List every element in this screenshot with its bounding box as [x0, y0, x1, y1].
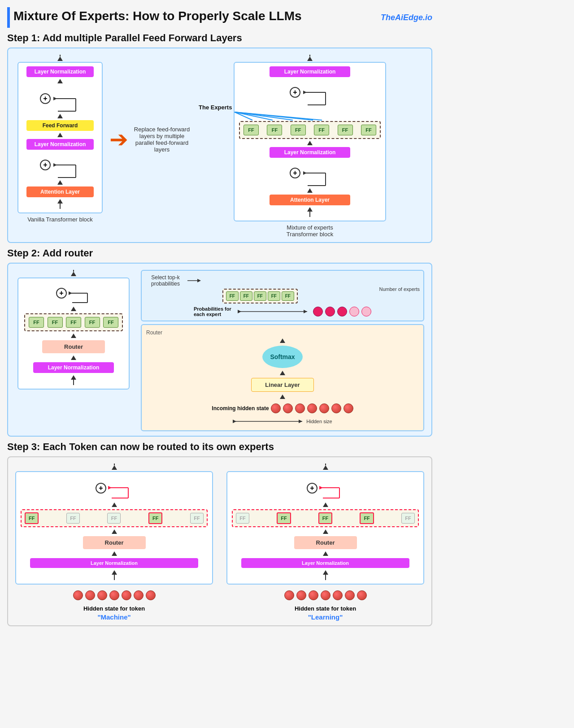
svg-line-15 — [235, 112, 313, 120]
svg-line-16 — [235, 112, 322, 120]
svg-marker-28 — [238, 310, 241, 313]
detail-arrow-1 — [280, 338, 285, 343]
t1-arrow-4 — [112, 570, 117, 575]
layernorm-top: Layer Normalization — [26, 66, 94, 77]
step1-title: Step 1: Add multiple Parallel Feed Forwa… — [7, 32, 432, 44]
t1-arrow-line — [114, 575, 115, 580]
t1-dot-6 — [134, 590, 144, 600]
h-dot-7 — [344, 403, 353, 413]
prob-dot-1 — [313, 307, 323, 316]
svg-line-14 — [235, 112, 293, 120]
hidden-size-row: Hidden size — [233, 417, 332, 426]
svg-marker-3 — [53, 97, 57, 100]
svg-line-12 — [235, 112, 252, 120]
site-credit: TheAiEdge.io — [381, 13, 432, 22]
softmax-box: Softmax — [262, 346, 303, 368]
t1-dots-row — [73, 589, 156, 602]
title-accent-bar — [7, 7, 10, 28]
t1-token-label: Hidden state for token — [83, 605, 145, 612]
experts-label: The Experts — [199, 104, 232, 111]
t2-arrow-3 — [323, 551, 328, 556]
svg-marker-32 — [299, 420, 302, 423]
hidden-state-section: Incoming hidden state — [212, 402, 353, 426]
ff-box-4: FF — [314, 125, 329, 135]
experts-ff-row: FF FF FF FF FF FF — [239, 121, 381, 139]
router-residual — [69, 282, 91, 304]
t1-ff-3: FF — [107, 513, 121, 524]
t2-dot-3 — [309, 590, 318, 600]
layernorm-mid: Layer Normalization — [26, 139, 94, 150]
t1-plus: + — [96, 483, 106, 494]
svg-marker-26 — [197, 279, 201, 282]
probs-label: Probabilities for each expert — [194, 306, 234, 317]
num-experts-label: Number of experts — [379, 286, 420, 292]
t1-ff-2: FF — [66, 513, 80, 524]
t2-dot-7 — [357, 590, 367, 600]
topk-row: Select top-k probabilities — [145, 274, 375, 287]
h-dot-4 — [307, 403, 317, 413]
t2-router: Router — [294, 536, 357, 549]
hidden-dots — [271, 403, 353, 413]
hidden-size-arrow — [233, 417, 304, 426]
router-arrow-4 — [71, 375, 76, 380]
t2-dot-2 — [296, 590, 306, 600]
router-ff-detail: Select top-k probabilities FF FF FF FF F… — [145, 274, 375, 303]
ff-box-3: FF — [291, 125, 306, 135]
router-ff-5: FF — [103, 317, 118, 328]
t1-dot-4 — [109, 590, 119, 600]
t1-ff-row: FF FF FF FF FF — [21, 509, 208, 527]
moe-arrow-up-4 — [307, 207, 313, 212]
moe-plus-circle: + — [290, 87, 300, 98]
plus-circle-1: + — [40, 93, 51, 104]
moe-card: Layer Normalization + The Experts — [234, 62, 386, 221]
router-card: + FF FF FF FF FF Router — [17, 277, 130, 390]
svg-line-13 — [235, 112, 273, 120]
router-ff-1: FF — [29, 317, 44, 328]
svg-marker-29 — [304, 310, 307, 313]
attention-box: Attention Layer — [26, 186, 94, 197]
step3-title: Step 3: Each Token can now be routed to … — [7, 441, 432, 453]
prob-dot-2 — [325, 307, 335, 316]
t1-ff-4: FF — [148, 512, 162, 524]
prob-dots — [313, 307, 371, 316]
router-detail-area: Select top-k probabilities FF FF FF FF F… — [141, 270, 424, 431]
t2-arrow-line — [325, 575, 326, 580]
arrow-up-5 — [57, 199, 63, 204]
t1-arrow-2 — [112, 529, 117, 534]
t2-token-word: "Learning" — [308, 613, 343, 621]
t2-hidden-dots — [284, 590, 367, 600]
t2-dots-row — [284, 589, 367, 602]
step2-title: Step 2: Add router — [7, 247, 432, 259]
orange-arrow: ➔ — [109, 126, 128, 152]
ff-box-2: FF — [267, 125, 282, 135]
detail-ff-1: FF — [226, 291, 239, 301]
router-arrow-top — [71, 272, 76, 276]
prob-dot-4 — [349, 307, 359, 316]
arrow-line-2 — [60, 204, 61, 209]
t2-arrow-2 — [323, 529, 328, 534]
t1-router: Router — [83, 536, 146, 549]
t2-arrow-top — [323, 465, 328, 470]
t1-hidden-dots — [73, 590, 156, 600]
svg-marker-11 — [303, 91, 307, 94]
step2-container: + FF FF FF FF FF Router — [7, 263, 432, 437]
router-ff-4: FF — [85, 317, 100, 328]
vanilla-card: Layer Normalization + F — [17, 62, 103, 213]
moe-block: Layer Normalization + The Experts — [196, 55, 424, 238]
router-plus: + — [56, 288, 67, 299]
svg-marker-20 — [303, 171, 307, 175]
vanilla-label: Vanilla Transformer block — [27, 216, 93, 223]
svg-marker-40 — [319, 486, 323, 490]
t2-dot-6 — [345, 590, 355, 600]
prob-dot-5 — [361, 307, 371, 316]
t1-dot-7 — [146, 590, 156, 600]
arrow-up-3 — [57, 133, 63, 137]
moe-layernorm-mid: Layer Normalization — [270, 147, 350, 158]
moe-plus-circle-2: + — [290, 168, 300, 178]
t2-dot-4 — [321, 590, 330, 600]
router-layernorm: Layer Normalization — [33, 362, 114, 373]
t2-token-label: Hidden state for token — [295, 605, 356, 612]
prob-row: Probabilities for each expert — [145, 306, 420, 317]
moe-residual-svg — [303, 79, 330, 106]
t1-dot-5 — [122, 590, 131, 600]
